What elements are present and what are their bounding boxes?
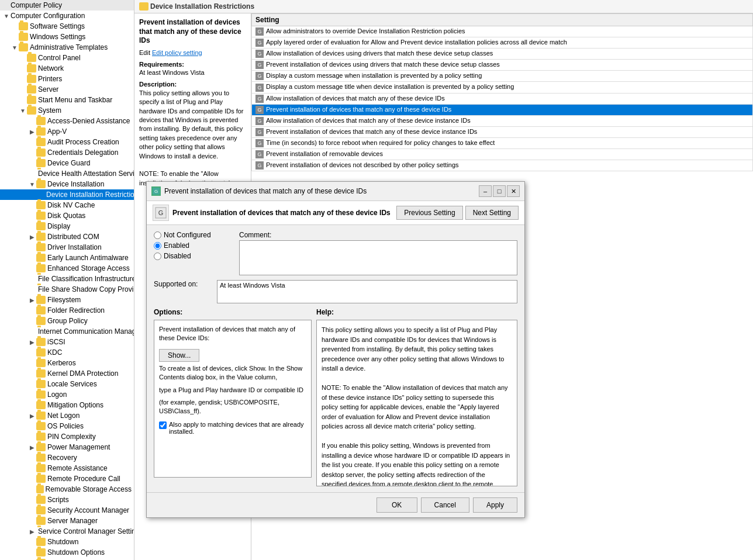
tree-item-device-health[interactable]: Device Health Attestation Service [0, 168, 134, 179]
tree-item-access-denied[interactable]: Access-Denied Assistance [0, 116, 134, 126]
tree-item-windows-settings[interactable]: Windows Settings [0, 32, 134, 42]
tree-item-pin-complexity[interactable]: PIN Complexity [0, 431, 134, 442]
table-row[interactable]: GPrevent installation of devices that ma… [252, 126, 753, 137]
tree-item-storage-health[interactable]: Storage Health [0, 558, 134, 560]
tree-item-early-launch[interactable]: Early Launch Antimalware [0, 253, 134, 263]
close-button[interactable]: ✕ [507, 185, 520, 197]
tree-item-system[interactable]: ▼ System [0, 105, 134, 116]
policy-settings-dialog[interactable]: G Prevent installation of devices that m… [146, 181, 525, 518]
tree-item-power-management[interactable]: ▶ Power Management [0, 442, 134, 452]
tree-item-computer-configuration[interactable]: ▼ Computer Configuration [0, 11, 134, 21]
comment-textarea[interactable] [239, 240, 517, 275]
tree-item-app-v[interactable]: ▶ App-V [0, 126, 134, 137]
table-row[interactable]: GDisplay a custom message when installat… [252, 71, 753, 82]
also-apply-checkbox-label[interactable]: Also apply to matching devices that are … [159, 421, 306, 435]
edit-policy-link[interactable]: Edit Edit policy setting [139, 49, 246, 56]
tree-item-server-manager[interactable]: Server Manager [0, 516, 134, 526]
tree-label: Software Settings [30, 22, 85, 30]
tree-item-logon[interactable]: Logon [0, 389, 134, 400]
ok-button[interactable]: OK [376, 497, 417, 513]
minimize-button[interactable]: – [479, 185, 492, 197]
tree-item-distributed-com[interactable]: ▶ Distributed COM [0, 231, 134, 242]
tree-item-kerberos[interactable]: Kerberos [0, 358, 134, 368]
tree-item-filesystem[interactable]: ▶ Filesystem [0, 295, 134, 305]
tree-item-control-panel[interactable]: Control Panel [0, 53, 134, 63]
previous-setting-button[interactable]: Previous Setting [396, 206, 462, 220]
tree-item-shutdown[interactable]: Shutdown [0, 537, 134, 547]
tree-item-removable-storage[interactable]: Removable Storage Access [0, 484, 134, 495]
tree-item-computer-policy[interactable]: Computer Policy [0, 0, 134, 11]
radio-disabled-input[interactable] [154, 253, 161, 260]
tree-item-locale-services[interactable]: Locale Services [0, 379, 134, 389]
tree-item-enhanced-storage[interactable]: Enhanced Storage Access [0, 263, 134, 274]
next-setting-button[interactable]: Next Setting [465, 206, 519, 220]
row-setting-icon: G [255, 39, 264, 47]
table-row[interactable]: GPrevent installation of devices not des… [252, 160, 753, 171]
row-setting-icon: G [255, 50, 264, 58]
tree-item-device-guard[interactable]: Device Guard [0, 158, 134, 168]
tree-label: Folder Redirection [47, 306, 105, 314]
tree-item-net-logon[interactable]: ▶ Net Logon [0, 410, 134, 421]
folder-icon [36, 475, 46, 483]
radio-enabled[interactable]: Enabled [154, 241, 230, 250]
tree-item-audit-process[interactable]: Audit Process Creation [0, 137, 134, 147]
table-row[interactable]: GAllow administrators to override Device… [252, 26, 753, 37]
tree-item-os-policies[interactable]: OS Policies [0, 421, 134, 431]
tree-item-service-control[interactable]: ▶ Service Control Manager Settings [0, 526, 134, 537]
radio-enabled-input[interactable] [154, 242, 161, 250]
tree-item-recovery[interactable]: Recovery [0, 452, 134, 463]
apply-button[interactable]: Apply [473, 497, 517, 513]
tree-item-shutdown-options[interactable]: Shutdown Options [0, 547, 134, 558]
tree-item-remote-assistance[interactable]: Remote Assistance [0, 463, 134, 473]
tree-item-mitigation-options[interactable]: Mitigation Options [0, 400, 134, 410]
tree-item-iscsi[interactable]: ▶ iSCSI [0, 337, 134, 347]
tree-item-device-installation[interactable]: ▼ Device Installation [0, 179, 134, 189]
radio-disabled[interactable]: Disabled [154, 252, 230, 260]
tree-item-kdc[interactable]: KDC [0, 347, 134, 358]
tree-item-file-classification[interactable]: File Classification Infrastructure [0, 274, 134, 284]
table-row[interactable]: GAllow installation of devices using dri… [252, 49, 753, 60]
radio-not-configured-input[interactable] [154, 231, 161, 239]
table-row[interactable]: GApply layered order of evaluation for A… [252, 37, 753, 49]
tree-item-kernel-dma[interactable]: Kernel DMA Protection [0, 368, 134, 379]
tree-item-device-installation-restrictions[interactable]: Device Installation Restrictions [0, 189, 134, 200]
also-apply-checkbox[interactable] [159, 421, 167, 429]
tree-item-group-policy[interactable]: Group Policy [0, 316, 134, 326]
row-setting-icon: G [255, 72, 264, 80]
table-row[interactable]: GPrevent installation of devices using d… [252, 60, 753, 71]
tree-item-security-account-manager[interactable]: Security Account Manager [0, 505, 134, 516]
tree-item-file-share-shadow[interactable]: File Share Shadow Copy Provider [0, 284, 134, 295]
tree-item-credentials-delegation[interactable]: Credentials Delegation [0, 147, 134, 158]
table-row[interactable]: GDisplay a custom message title when dev… [252, 82, 753, 93]
tree-item-printers[interactable]: Printers [0, 74, 134, 84]
edit-link[interactable]: Edit policy setting [152, 49, 202, 56]
table-row[interactable]: GAllow installation of devices that matc… [252, 93, 753, 104]
tree-label: Audit Process Creation [47, 138, 119, 146]
table-row[interactable]: GAllow installation of devices that matc… [252, 115, 753, 126]
tree-item-network[interactable]: Network [0, 63, 134, 74]
tree-item-driver-installation[interactable]: Driver Installation [0, 242, 134, 253]
cancel-button[interactable]: Cancel [421, 497, 469, 513]
tree-item-display[interactable]: Display [0, 221, 134, 231]
tree-item-remote-procedure-call[interactable]: Remote Procedure Call [0, 473, 134, 484]
tree-item-server[interactable]: Server [0, 84, 134, 95]
show-button[interactable]: Show... [159, 349, 199, 362]
tree-label: Group Policy [47, 317, 88, 325]
tree-item-disk-quotas[interactable]: Disk Quotas [0, 210, 134, 221]
description-text: This policy setting allows you to specif… [139, 89, 246, 188]
tree-item-software-settings[interactable]: Software Settings [0, 21, 134, 32]
table-row[interactable]: GPrevent installation of removable devic… [252, 149, 753, 160]
maximize-button[interactable]: □ [493, 185, 506, 197]
table-row[interactable]: GTime (in seconds) to force reboot when … [252, 137, 753, 148]
radio-not-configured[interactable]: Not Configured [154, 231, 230, 239]
tree-label: Access-Denied Assistance [47, 117, 130, 125]
help-label: Help: [316, 308, 517, 316]
tree-item-start-menu[interactable]: Start Menu and Taskbar [0, 95, 134, 105]
tree-item-scripts[interactable]: Scripts [0, 495, 134, 505]
tree-item-folder-redirection[interactable]: Folder Redirection [0, 305, 134, 316]
folder-icon [36, 359, 46, 367]
tree-item-administrative-templates[interactable]: ▼ Administrative Templates [0, 42, 134, 53]
tree-item-disk-nv-cache[interactable]: Disk NV Cache [0, 200, 134, 210]
tree-item-internet-communication[interactable]: Internet Communication Management [0, 326, 134, 337]
table-row[interactable]: GPrevent installation of devices that ma… [252, 104, 753, 115]
